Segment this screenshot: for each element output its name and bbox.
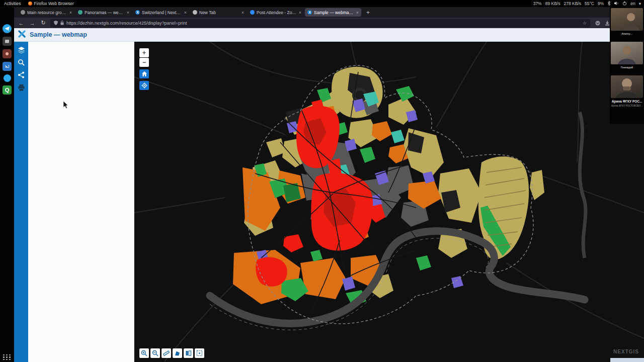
messenger-icon[interactable] xyxy=(4,74,11,82)
focused-app-indicator[interactable]: Firefox Web Browser xyxy=(25,1,77,6)
net-up-rate: 278 KB/s xyxy=(564,1,581,6)
tab-title: Post Attendee - Zoom xyxy=(257,10,297,15)
desktop: Activities Firefox Web Browser 37% 89 KB… xyxy=(0,0,644,362)
zoom-out-button[interactable]: − xyxy=(139,58,149,67)
globe-favicon xyxy=(21,10,25,15)
print-button[interactable] xyxy=(17,83,26,92)
tab-close-icon[interactable]: × xyxy=(69,10,72,15)
system-top-bar: Activities Firefox Web Browser 37% 89 KB… xyxy=(0,0,644,7)
activities-button[interactable]: Activities xyxy=(0,1,25,6)
new-tab-button[interactable]: + xyxy=(362,9,374,16)
participant-video[interactable] xyxy=(611,75,643,98)
tab-zoom[interactable]: Post Attendee - Zoom × xyxy=(248,8,304,17)
focused-app-title: Firefox Web Browser xyxy=(34,1,74,6)
tab-title: Main resource group | xyxy=(27,10,67,15)
layer-swipe-tool[interactable] xyxy=(184,348,193,358)
webmap-tool-rail xyxy=(14,42,28,362)
zoom-video-panel: Artemy... Геннадий Арина ФГКУ РОС... Ари… xyxy=(610,7,644,124)
qgis-icon[interactable]: Q xyxy=(3,85,12,95)
back-button[interactable]: ← xyxy=(17,20,25,26)
map-zoom-control: + − xyxy=(139,48,149,90)
measure-area-tool[interactable] xyxy=(173,348,182,358)
lock-icon[interactable] xyxy=(60,21,64,25)
firefox-window: Main resource group | × Panoramas — webm… xyxy=(14,7,644,362)
tab-title: Panoramas — webmap xyxy=(85,10,125,15)
measure-distance-tool[interactable] xyxy=(162,348,171,358)
tab-title: Sample — webmap | S xyxy=(314,10,354,15)
participant-name: Artemy... xyxy=(610,32,643,36)
nextgis-logo[interactable] xyxy=(18,30,26,40)
shield-icon[interactable] xyxy=(54,21,58,25)
system-menu-chevron[interactable]: ▾ xyxy=(639,1,641,6)
show-applications-button[interactable] xyxy=(0,354,14,360)
home-extent-button[interactable] xyxy=(139,69,149,78)
active-speaker-name: Арина ФГКУ РОС... xyxy=(610,99,643,104)
share-button[interactable] xyxy=(17,70,26,79)
tab-close-icon[interactable]: × xyxy=(184,10,187,15)
tab-sample-webmap[interactable]: X Sample — webmap | S × xyxy=(305,8,361,17)
locate-me-button[interactable] xyxy=(139,81,149,90)
webmap-header: Sample — webmap xyxy=(14,28,644,42)
map-canvas[interactable]: + − xyxy=(134,42,644,362)
mem-usage: 9% xyxy=(598,1,604,6)
search-button[interactable] xyxy=(17,58,26,67)
files-app-icon[interactable] xyxy=(3,37,12,46)
firefox-icon xyxy=(28,2,32,6)
zoom-in-button[interactable]: + xyxy=(139,48,149,57)
cpu-usage: 37% xyxy=(533,1,542,6)
layers-button[interactable] xyxy=(17,45,26,54)
basemap-rendering xyxy=(134,42,644,362)
mouse-cursor xyxy=(63,101,69,109)
cpu-temp: 55°C xyxy=(585,1,594,6)
navigation-bar: ← → ↻ https://dezhin.nextgis.com/resourc… xyxy=(14,18,644,28)
tab-panoramas[interactable]: Panoramas — webmap × xyxy=(75,8,132,17)
volume-icon[interactable] xyxy=(614,1,619,7)
tab-main-resource-group[interactable]: Main resource group | × xyxy=(18,8,74,17)
forward-button[interactable]: → xyxy=(28,20,36,26)
bluetooth-icon[interactable] xyxy=(607,1,611,7)
webmap-title: Sample — webmap xyxy=(30,31,87,38)
telegram-icon[interactable] xyxy=(3,24,12,33)
reload-button[interactable]: ↻ xyxy=(39,20,47,26)
bookmark-star-icon[interactable]: ☆ xyxy=(583,21,587,26)
url-text[interactable]: https://dezhin.nextgis.com/resource/425/… xyxy=(66,21,580,26)
tab-bar: Main resource group | × Panoramas — webm… xyxy=(14,7,644,18)
nextgis-webmap-app: Sample — webmap xyxy=(14,28,644,362)
zoom-out-tool[interactable] xyxy=(150,348,160,358)
participant-video[interactable] xyxy=(611,42,643,64)
tab-close-icon[interactable]: × xyxy=(299,10,301,15)
nextgis-favicon: X xyxy=(307,10,312,15)
pocket-icon[interactable] xyxy=(595,21,600,26)
net-down-rate: 89 KB/s xyxy=(545,1,560,6)
participant-name: Геннадий xyxy=(610,65,643,69)
tab-close-icon[interactable]: × xyxy=(242,10,244,15)
tab-title: Switzerland | NextGIS xyxy=(142,10,182,15)
media-app-icon[interactable] xyxy=(3,49,12,58)
tab-close-icon[interactable]: × xyxy=(127,10,129,15)
vscode-icon[interactable] xyxy=(3,62,12,71)
power-icon[interactable] xyxy=(622,1,627,7)
app-dock: Q xyxy=(0,7,14,362)
map-tools-bar xyxy=(139,348,204,358)
zoom-favicon xyxy=(250,10,255,15)
nextgis-favicon: X xyxy=(135,10,140,15)
map-favicon xyxy=(78,10,83,15)
url-bar[interactable]: https://dezhin.nextgis.com/resource/425/… xyxy=(50,19,590,27)
zoom-in-tool[interactable] xyxy=(139,348,149,358)
page-favicon xyxy=(193,10,197,15)
tab-switzerland[interactable]: X Switzerland | NextGIS × xyxy=(133,8,189,17)
active-speaker-full-name: Арина ФГКУ РОСТОВОБЛ... xyxy=(610,104,643,108)
keyboard-layout[interactable]: en xyxy=(630,1,635,6)
initial-extent-tool[interactable] xyxy=(195,348,204,358)
tab-title: New Tab xyxy=(199,10,239,15)
tab-close-icon[interactable]: × xyxy=(356,10,359,15)
participant-video[interactable] xyxy=(611,8,643,31)
print-panel[interactable] xyxy=(28,42,134,362)
downloads-icon[interactable] xyxy=(605,21,610,26)
tab-new-tab[interactable]: New Tab × xyxy=(190,8,247,17)
corner-strip xyxy=(610,358,644,362)
nextgis-watermark[interactable]: NEXTGIS xyxy=(613,349,639,354)
